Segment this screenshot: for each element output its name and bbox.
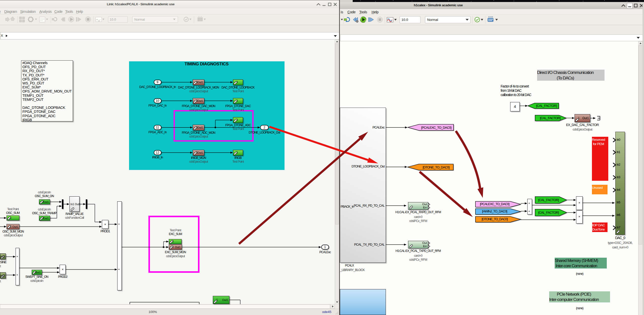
svg-text:10.0: 10.0 [401, 18, 408, 22]
svg-text:Normal: Normal [427, 18, 438, 22]
svg-text:Normal: Normal [134, 18, 145, 21]
svg-text:10.0: 10.0 [110, 18, 116, 21]
